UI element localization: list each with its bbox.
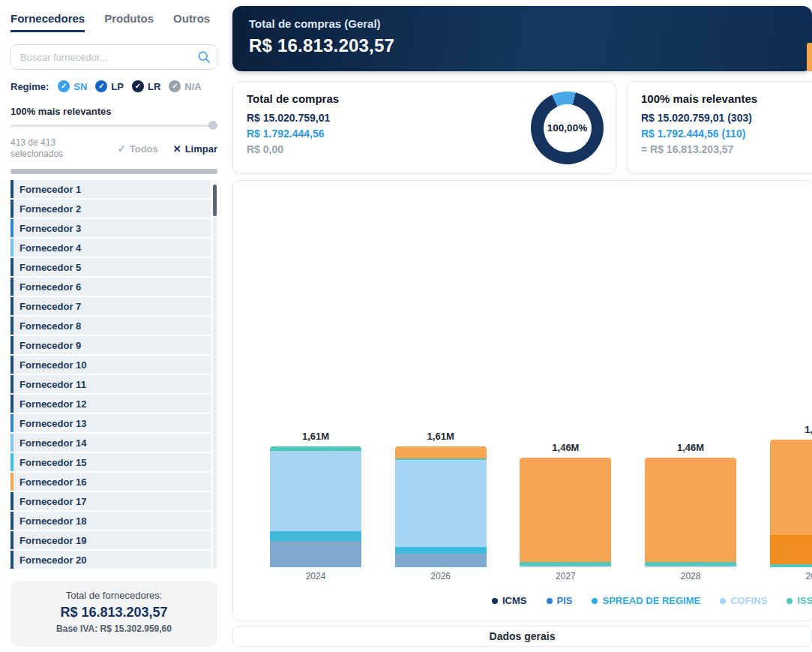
relevance-slider[interactable]	[10, 121, 217, 130]
list-item[interactable]: Fornecedor 6	[10, 278, 211, 296]
legend-item-iss[interactable]: ISS	[787, 595, 812, 606]
bar-stack[interactable]	[395, 446, 487, 567]
bar-value-label: 1,61M	[302, 431, 329, 442]
list-item[interactable]: Fornecedor 13	[10, 414, 211, 432]
legend-item-spread-de-regime[interactable]: SPREAD DE REGIME	[592, 595, 700, 606]
bar-group: 1,46M2028	[645, 442, 736, 584]
legend-dot	[547, 598, 553, 604]
regime-label: Regime:	[10, 81, 49, 92]
list-item[interactable]: Fornecedor 4	[10, 239, 211, 257]
legend-item-icms[interactable]: ICMS	[492, 595, 527, 606]
legend-dot	[492, 598, 498, 604]
purchases-chart-card: 1,61M20241,61M20261,46M20271,46M20281,7M…	[232, 180, 812, 621]
horizontal-scrollbar[interactable]	[10, 169, 217, 174]
scrollbar-thumb[interactable]	[213, 185, 217, 216]
clear-selection-label: Limpar	[185, 143, 217, 155]
regime-option-lr[interactable]: ✓LR	[132, 80, 160, 92]
list-item[interactable]: Fornecedor 2	[10, 200, 211, 218]
list-item[interactable]: Fornecedor 11	[10, 375, 211, 393]
legend-dot	[592, 598, 598, 604]
legend-item-pis[interactable]: PIS	[547, 595, 573, 606]
selection-count-line2: selecionados	[10, 149, 118, 160]
close-icon: ✕	[173, 143, 181, 155]
list-item[interactable]: Fornecedor 9	[10, 336, 211, 354]
list-item[interactable]: Fornecedor 1	[10, 180, 211, 198]
supplier-search	[10, 44, 217, 70]
vertical-scrollbar[interactable]	[213, 182, 217, 569]
banner-title: Total de compras (Geral)	[249, 17, 796, 30]
tab-outros[interactable]: Outros	[173, 12, 210, 32]
bar-segment	[770, 535, 812, 564]
regime-filter: Regime: ✓SN✓LP✓LR✓N/A	[10, 80, 202, 92]
amount-value: R$ 15.020.759,01 (303)	[641, 112, 812, 124]
selection-summary: 413 de 413 selecionados ✓ Todos ✕ Limpar	[10, 137, 217, 160]
list-item[interactable]: Fornecedor 18	[10, 512, 211, 530]
bar-segment	[270, 531, 361, 541]
select-all-button[interactable]: ✓ Todos	[118, 143, 158, 155]
bar-group: 1,61M2026	[395, 431, 487, 584]
bar-group: 1,7M2029	[770, 424, 812, 584]
list-item[interactable]: Fornecedor 5	[10, 258, 211, 276]
regime-option-label: N/A	[184, 81, 201, 92]
suppliers-total-title: Total de fornecedores:	[10, 590, 217, 601]
peek-card-edge	[807, 43, 812, 71]
bar-stack[interactable]	[645, 458, 736, 567]
list-item[interactable]: Fornecedor 15	[10, 453, 211, 471]
suppliers-total-value: R$ 16.813.203,57	[10, 605, 217, 620]
list-item[interactable]: Fornecedor 14	[10, 434, 211, 452]
banner-value: R$ 16.813.203,57	[249, 35, 796, 56]
axis-label: 2026	[430, 567, 451, 584]
legend-dot	[787, 598, 793, 604]
legend-label: ISS	[797, 595, 812, 606]
search-icon[interactable]	[197, 50, 211, 64]
select-all-label: Todos	[130, 143, 158, 155]
bar-value-label: 1,7M	[805, 424, 812, 435]
axis-label: 2029	[805, 567, 812, 584]
slider-handle[interactable]	[208, 121, 217, 130]
regime-option-lp[interactable]: ✓LP	[95, 80, 124, 92]
bar-segment	[520, 458, 611, 562]
clear-selection-button[interactable]: ✕ Limpar	[173, 143, 217, 155]
regime-option-sn[interactable]: ✓SN	[58, 80, 87, 92]
bar-segment	[770, 440, 812, 535]
bar-group: 1,46M2027	[520, 442, 611, 584]
checkbox-checked-icon: ✓	[95, 80, 107, 92]
bar-stack[interactable]	[770, 440, 812, 567]
legend-label: COFINS	[730, 595, 767, 606]
checkbox-checked-icon: ✓	[58, 80, 70, 92]
relevant-card-values: R$ 15.020.759,01 (303)R$ 1.792.444,56 (1…	[641, 112, 812, 155]
list-item[interactable]: Fornecedor 20	[10, 551, 211, 569]
list-item[interactable]: Fornecedor 16	[10, 473, 211, 491]
tab-fornecedores[interactable]: Fornecedores	[10, 12, 85, 32]
list-item[interactable]: Fornecedor 17	[10, 492, 211, 510]
donut-label: 100,00%	[544, 104, 592, 152]
legend-dot	[720, 598, 726, 604]
slider-track[interactable]	[10, 125, 217, 127]
list-item[interactable]: Fornecedor 19	[10, 531, 211, 549]
total-purchases-banner: Total de compras (Geral) R$ 16.813.203,5…	[232, 6, 812, 71]
list-item[interactable]: Fornecedor 12	[10, 395, 211, 413]
relevance-slider-label: 100% mais relevantes	[10, 106, 111, 117]
general-data-bar[interactable]: Dados gerais	[232, 626, 812, 647]
total-purchases-card: Total de compras R$ 15.020.759,01R$ 1.79…	[232, 81, 616, 174]
chart-legend: ICMSPISSPREAD DE REGIMECOFINSISS	[492, 595, 812, 606]
regime-option-label: SN	[73, 81, 87, 92]
amount-value: = R$ 16.813.203,57	[641, 143, 812, 155]
list-item[interactable]: Fornecedor 8	[10, 317, 211, 335]
bar-stack[interactable]	[520, 458, 611, 567]
tab-produtos[interactable]: Produtos	[104, 12, 154, 32]
legend-item-cofins[interactable]: COFINS	[720, 595, 767, 606]
bar-stack[interactable]	[270, 446, 361, 567]
list-item[interactable]: Fornecedor 10	[10, 356, 211, 374]
check-icon: ✓	[118, 143, 126, 155]
bar-segment	[270, 541, 361, 567]
legend-label: SPREAD DE REGIME	[602, 595, 700, 606]
regime-option-n/a[interactable]: ✓N/A	[169, 80, 201, 92]
search-input[interactable]	[10, 44, 217, 70]
list-item[interactable]: Fornecedor 3	[10, 219, 211, 237]
checkbox-checked-icon: ✓	[132, 80, 144, 92]
selection-count-line1: 413 de 413	[10, 137, 118, 149]
bar-group: 1,61M2024	[270, 431, 361, 584]
list-item[interactable]: Fornecedor 7	[10, 297, 211, 315]
card-title: 100% mais relevantes	[641, 92, 812, 105]
